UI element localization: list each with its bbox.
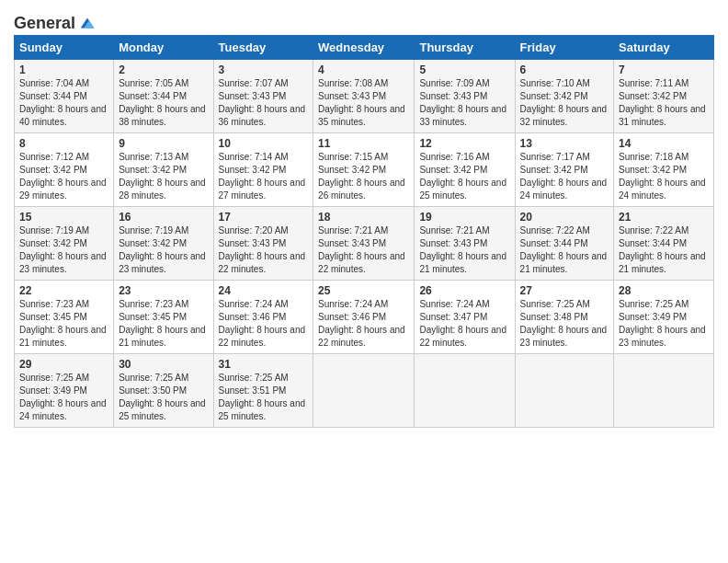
calendar-cell: 8 Sunrise: 7:12 AMSunset: 3:42 PMDayligh… bbox=[15, 133, 114, 207]
calendar-cell: 9 Sunrise: 7:13 AMSunset: 3:42 PMDayligh… bbox=[114, 133, 213, 207]
day-number: 7 bbox=[619, 63, 709, 76]
calendar-cell: 11 Sunrise: 7:15 AMSunset: 3:42 PMDaylig… bbox=[313, 133, 415, 207]
day-number: 16 bbox=[119, 211, 208, 224]
day-number: 18 bbox=[318, 211, 409, 224]
calendar-header-wednesday: Wednesday bbox=[313, 36, 415, 60]
day-number: 20 bbox=[520, 211, 609, 224]
calendar-cell: 29 Sunrise: 7:25 AMSunset: 3:49 PMDaylig… bbox=[15, 354, 114, 428]
day-info: Sunrise: 7:12 AMSunset: 3:42 PMDaylight:… bbox=[19, 152, 107, 201]
calendar-week-row: 15 Sunrise: 7:19 AMSunset: 3:42 PMDaylig… bbox=[15, 207, 714, 281]
day-info: Sunrise: 7:23 AMSunset: 3:45 PMDaylight:… bbox=[119, 299, 206, 348]
day-info: Sunrise: 7:10 AMSunset: 3:42 PMDaylight:… bbox=[520, 78, 608, 127]
day-number: 2 bbox=[119, 63, 208, 76]
day-number: 15 bbox=[19, 211, 108, 224]
day-info: Sunrise: 7:22 AMSunset: 3:44 PMDaylight:… bbox=[520, 225, 608, 274]
calendar-page: General SundayMondayTuesdayWednesdayThur… bbox=[0, 0, 728, 563]
day-info: Sunrise: 7:24 AMSunset: 3:47 PMDaylight:… bbox=[419, 299, 506, 348]
calendar-cell: 4 Sunrise: 7:08 AMSunset: 3:43 PMDayligh… bbox=[313, 60, 415, 133]
calendar-week-row: 8 Sunrise: 7:12 AMSunset: 3:42 PMDayligh… bbox=[15, 133, 714, 207]
day-number: 25 bbox=[318, 284, 409, 297]
calendar-cell: 25 Sunrise: 7:24 AMSunset: 3:46 PMDaylig… bbox=[313, 281, 415, 354]
day-info: Sunrise: 7:25 AMSunset: 3:51 PMDaylight:… bbox=[219, 373, 306, 421]
day-number: 8 bbox=[19, 137, 108, 150]
day-info: Sunrise: 7:25 AMSunset: 3:50 PMDaylight:… bbox=[119, 373, 206, 421]
day-number: 27 bbox=[520, 284, 609, 297]
calendar-cell: 18 Sunrise: 7:21 AMSunset: 3:43 PMDaylig… bbox=[313, 207, 415, 281]
day-info: Sunrise: 7:25 AMSunset: 3:49 PMDaylight:… bbox=[19, 373, 107, 421]
calendar-cell: 30 Sunrise: 7:25 AMSunset: 3:50 PMDaylig… bbox=[114, 354, 213, 428]
day-number: 22 bbox=[19, 284, 108, 297]
day-number: 23 bbox=[119, 284, 208, 297]
day-number: 12 bbox=[419, 137, 509, 150]
calendar-cell: 12 Sunrise: 7:16 AMSunset: 3:42 PMDaylig… bbox=[415, 133, 515, 207]
calendar-cell: 28 Sunrise: 7:25 AMSunset: 3:49 PMDaylig… bbox=[614, 281, 714, 354]
day-number: 21 bbox=[619, 211, 709, 224]
day-info: Sunrise: 7:15 AMSunset: 3:42 PMDaylight:… bbox=[318, 152, 405, 201]
calendar-cell: 10 Sunrise: 7:14 AMSunset: 3:42 PMDaylig… bbox=[213, 133, 313, 207]
day-info: Sunrise: 7:04 AMSunset: 3:44 PMDaylight:… bbox=[19, 78, 107, 127]
day-info: Sunrise: 7:21 AMSunset: 3:43 PMDaylight:… bbox=[318, 225, 405, 274]
calendar-cell: 15 Sunrise: 7:19 AMSunset: 3:42 PMDaylig… bbox=[15, 207, 114, 281]
day-info: Sunrise: 7:13 AMSunset: 3:42 PMDaylight:… bbox=[119, 152, 206, 201]
calendar-cell: 31 Sunrise: 7:25 AMSunset: 3:51 PMDaylig… bbox=[213, 354, 313, 428]
day-number: 17 bbox=[219, 211, 309, 224]
day-info: Sunrise: 7:25 AMSunset: 3:49 PMDaylight:… bbox=[619, 299, 706, 348]
calendar-cell: 17 Sunrise: 7:20 AMSunset: 3:43 PMDaylig… bbox=[213, 207, 313, 281]
calendar-cell: 23 Sunrise: 7:23 AMSunset: 3:45 PMDaylig… bbox=[114, 281, 213, 354]
day-number: 30 bbox=[119, 358, 208, 371]
logo: General bbox=[14, 13, 97, 29]
calendar-cell bbox=[515, 354, 613, 428]
calendar-cell: 6 Sunrise: 7:10 AMSunset: 3:42 PMDayligh… bbox=[515, 60, 613, 133]
day-number: 4 bbox=[318, 63, 409, 76]
day-info: Sunrise: 7:21 AMSunset: 3:43 PMDaylight:… bbox=[419, 225, 506, 274]
calendar-header-saturday: Saturday bbox=[614, 36, 714, 60]
calendar-table: SundayMondayTuesdayWednesdayThursdayFrid… bbox=[14, 35, 714, 428]
day-number: 28 bbox=[619, 284, 709, 297]
calendar-cell: 27 Sunrise: 7:25 AMSunset: 3:48 PMDaylig… bbox=[515, 281, 613, 354]
calendar-cell: 24 Sunrise: 7:24 AMSunset: 3:46 PMDaylig… bbox=[213, 281, 313, 354]
calendar-cell: 19 Sunrise: 7:21 AMSunset: 3:43 PMDaylig… bbox=[415, 207, 515, 281]
day-number: 5 bbox=[419, 63, 509, 76]
calendar-cell: 7 Sunrise: 7:11 AMSunset: 3:42 PMDayligh… bbox=[614, 60, 714, 133]
day-info: Sunrise: 7:20 AMSunset: 3:43 PMDaylight:… bbox=[219, 225, 306, 274]
day-number: 1 bbox=[19, 63, 108, 76]
day-number: 31 bbox=[219, 358, 309, 371]
day-info: Sunrise: 7:24 AMSunset: 3:46 PMDaylight:… bbox=[219, 299, 306, 348]
day-number: 26 bbox=[419, 284, 509, 297]
calendar-cell: 1 Sunrise: 7:04 AMSunset: 3:44 PMDayligh… bbox=[15, 60, 114, 133]
calendar-cell: 14 Sunrise: 7:18 AMSunset: 3:42 PMDaylig… bbox=[614, 133, 714, 207]
day-number: 24 bbox=[219, 284, 309, 297]
day-info: Sunrise: 7:11 AMSunset: 3:42 PMDaylight:… bbox=[619, 78, 706, 127]
day-info: Sunrise: 7:14 AMSunset: 3:42 PMDaylight:… bbox=[219, 152, 306, 201]
day-info: Sunrise: 7:05 AMSunset: 3:44 PMDaylight:… bbox=[119, 78, 206, 127]
calendar-cell: 20 Sunrise: 7:22 AMSunset: 3:44 PMDaylig… bbox=[515, 207, 613, 281]
calendar-cell: 13 Sunrise: 7:17 AMSunset: 3:42 PMDaylig… bbox=[515, 133, 613, 207]
logo-general-text: General bbox=[14, 14, 75, 33]
calendar-cell bbox=[614, 354, 714, 428]
calendar-week-row: 1 Sunrise: 7:04 AMSunset: 3:44 PMDayligh… bbox=[15, 60, 714, 133]
calendar-cell: 21 Sunrise: 7:22 AMSunset: 3:44 PMDaylig… bbox=[614, 207, 714, 281]
calendar-cell bbox=[313, 354, 415, 428]
day-number: 14 bbox=[619, 137, 709, 150]
day-info: Sunrise: 7:24 AMSunset: 3:46 PMDaylight:… bbox=[318, 299, 405, 348]
day-info: Sunrise: 7:25 AMSunset: 3:48 PMDaylight:… bbox=[520, 299, 608, 348]
calendar-header-row: SundayMondayTuesdayWednesdayThursdayFrid… bbox=[15, 36, 714, 60]
calendar-cell: 16 Sunrise: 7:19 AMSunset: 3:42 PMDaylig… bbox=[114, 207, 213, 281]
calendar-week-row: 29 Sunrise: 7:25 AMSunset: 3:49 PMDaylig… bbox=[15, 354, 714, 428]
calendar-cell: 26 Sunrise: 7:24 AMSunset: 3:47 PMDaylig… bbox=[415, 281, 515, 354]
calendar-cell: 5 Sunrise: 7:09 AMSunset: 3:43 PMDayligh… bbox=[415, 60, 515, 133]
header: General bbox=[14, 9, 714, 29]
day-number: 11 bbox=[318, 137, 409, 150]
day-number: 6 bbox=[520, 63, 609, 76]
day-info: Sunrise: 7:22 AMSunset: 3:44 PMDaylight:… bbox=[619, 225, 706, 274]
day-info: Sunrise: 7:16 AMSunset: 3:42 PMDaylight:… bbox=[419, 152, 506, 201]
day-info: Sunrise: 7:19 AMSunset: 3:42 PMDaylight:… bbox=[19, 225, 107, 274]
day-number: 13 bbox=[520, 137, 609, 150]
calendar-cell: 2 Sunrise: 7:05 AMSunset: 3:44 PMDayligh… bbox=[114, 60, 213, 133]
calendar-header-friday: Friday bbox=[515, 36, 613, 60]
calendar-header-monday: Monday bbox=[114, 36, 213, 60]
day-number: 10 bbox=[219, 137, 309, 150]
calendar-header-thursday: Thursday bbox=[415, 36, 515, 60]
day-info: Sunrise: 7:19 AMSunset: 3:42 PMDaylight:… bbox=[119, 225, 206, 274]
day-info: Sunrise: 7:23 AMSunset: 3:45 PMDaylight:… bbox=[19, 299, 107, 348]
